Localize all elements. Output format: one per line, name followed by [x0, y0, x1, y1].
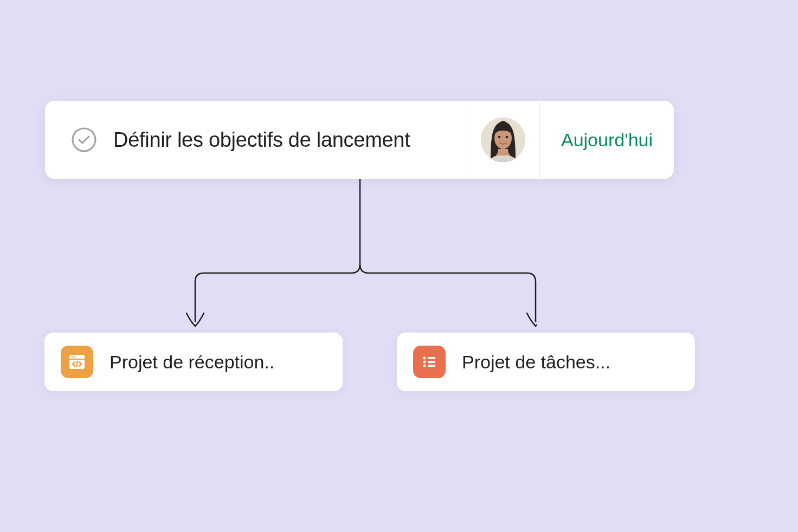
svg-point-15 — [423, 365, 426, 367]
task-main: Définir les objectifs de lancement — [45, 101, 466, 179]
project-card-tasks[interactable]: Projet de tâches... — [397, 333, 695, 391]
svg-rect-14 — [428, 361, 435, 363]
svg-rect-16 — [428, 365, 435, 367]
svg-point-13 — [423, 361, 426, 364]
project-card-reception[interactable]: Projet de réception.. — [44, 333, 343, 391]
due-label: Aujourd'hui — [561, 129, 653, 151]
check-circle-icon[interactable] — [71, 127, 97, 153]
svg-point-8 — [72, 356, 73, 358]
avatar — [481, 118, 525, 162]
task-due-date[interactable]: Aujourd'hui — [539, 101, 674, 179]
project-label: Projet de réception.. — [110, 352, 274, 373]
svg-point-9 — [74, 356, 76, 358]
project-label: Projet de tâches... — [462, 352, 610, 373]
task-title: Définir les objectifs de lancement — [113, 128, 410, 152]
task-assignee[interactable] — [466, 101, 539, 179]
list-icon — [413, 346, 446, 378]
svg-point-11 — [423, 357, 426, 360]
svg-point-0 — [73, 128, 95, 151]
connector-lines — [184, 179, 537, 341]
svg-point-4 — [505, 136, 508, 138]
svg-point-3 — [498, 136, 500, 138]
task-card[interactable]: Définir les objectifs de lancement Aujou… — [45, 101, 674, 179]
svg-rect-12 — [428, 357, 435, 359]
code-window-icon — [61, 346, 93, 378]
